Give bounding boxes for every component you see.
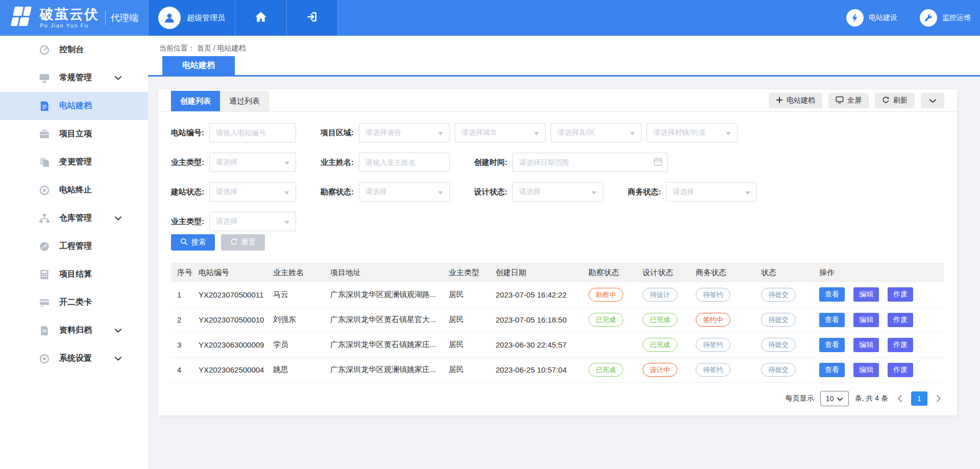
divider [105,11,106,25]
design-status-badge: 待设计 [643,288,677,302]
business-status-badge: 待签约 [696,363,730,377]
user-menu[interactable]: 超级管理员 [148,0,235,36]
sidebar-item-station-termination[interactable]: 电站终止 [0,176,148,204]
caret-down-icon [630,128,635,137]
sidebar-item-engineering-mgmt[interactable]: 工程管理 [0,232,148,260]
refresh-button[interactable]: 刷新 [875,93,915,108]
sidebar-item-station-archive[interactable]: 电站建档 [0,92,148,120]
prev-page-button[interactable] [894,395,905,402]
owner-type2-select[interactable]: 请选择 [209,212,296,231]
caret-down-icon [534,128,539,137]
current-page-button[interactable]: 1 [911,391,927,406]
tab-passed-list[interactable]: 通过列表 [220,91,269,111]
reset-icon [230,238,238,247]
sidebar-item-label: 项目立项 [59,129,92,139]
province-select[interactable]: 请选择省份 [359,123,450,142]
reset-button[interactable]: 重置 [221,234,265,251]
dashboard-icon [38,44,51,56]
view-button[interactable]: 查看 [819,363,845,377]
home-button[interactable] [235,0,286,36]
town-select[interactable]: 请选择村镇/街道 [647,123,738,142]
caret-down-icon [284,187,289,196]
sidebar-item-project-approval[interactable]: 项目立项 [0,120,148,148]
sidebar-item-general-mgmt[interactable]: 常规管理 [0,64,148,92]
station-no-label: 电站编号: [171,128,204,138]
pagination: 每页显示 10 条, 共 4 条 1 [158,383,957,406]
fullscreen-button[interactable]: 全屏 [828,93,869,108]
survey-status-badge: 已完成 [589,313,623,327]
view-button[interactable]: 查看 [819,313,845,327]
void-button[interactable]: 作废 [888,363,913,377]
void-button[interactable]: 作废 [888,313,913,327]
logout-icon [306,11,318,25]
col-owner-type: 业主类型 [443,263,489,282]
station-no-input[interactable] [209,123,296,142]
sidebar-item-label: 仓库管理 [59,213,92,224]
nav-monitor-ops[interactable]: 监控运维 [920,9,971,27]
void-button[interactable]: 作废 [888,287,913,302]
sidebar-item-system-settings[interactable]: 系统设置 [0,344,148,373]
sidebar-item-data-archive[interactable]: 资料归档 [0,316,148,344]
sidebar-item-change-mgmt[interactable]: 变更管理 [0,148,148,176]
owner-name-input[interactable] [359,153,450,172]
sidebar: 控制台 常规管理 电站建档 项目立项 变更管理 电站终止 [0,36,148,469]
region-label: 项目区域: [321,128,354,138]
survey-status-badge: 已完成 [589,363,623,377]
next-page-button[interactable] [934,395,944,402]
logout-button[interactable] [286,0,338,36]
breadcrumb-path: 首页 / 电站建档 [197,44,246,52]
col-design-status: 设计状态 [636,263,690,282]
create-time-range-input[interactable] [512,153,668,172]
sidebar-item-label: 开二类卡 [59,297,92,308]
build-status-select[interactable]: 请选择 [209,182,296,202]
tab-create-list[interactable]: 创建列表 [171,91,220,111]
top-strip: 当前位置： 首页 / 电站建档 电站建档 [148,36,980,77]
edit-button[interactable]: 编辑 [853,313,879,327]
tab-bar: 创建列表 通过列表 电站建档 全屏 [158,89,957,112]
caret-down-icon [837,394,843,403]
sidebar-item-label: 工程管理 [59,241,92,252]
business-status-badge: 待签约 [696,338,730,352]
wrench-icon [920,9,937,27]
sidebar-item-label: 变更管理 [59,157,92,167]
home-icon [255,11,267,24]
col-business-status: 商务状态 [690,263,755,282]
sidebar-item-class2-card[interactable]: 开二类卡 [0,288,148,316]
search-button[interactable]: 搜索 [171,234,215,251]
col-actions: 操作 [813,263,944,282]
sidebar-item-warehouse-mgmt[interactable]: 仓库管理 [0,204,148,232]
owner-name-label: 业主姓名: [321,158,354,167]
void-button[interactable]: 作废 [888,338,913,352]
nav-label: 监控运维 [942,13,971,22]
edit-button[interactable]: 编辑 [853,338,879,352]
sidebar-item-label: 系统设置 [59,353,92,364]
col-index: 序号 [171,263,192,282]
view-button[interactable]: 查看 [819,287,845,302]
target-icon [38,185,51,196]
city-select[interactable]: 请选择城市 [455,123,546,142]
file-icon [38,325,51,336]
create-station-button[interactable]: 电站建档 [769,93,822,108]
owner-type-select[interactable]: 请选择 [209,153,296,172]
edit-button[interactable]: 编辑 [853,363,879,377]
district-select[interactable]: 请选择县/区 [551,123,642,142]
copy-icon [38,157,51,168]
breadcrumb: 当前位置： 首页 / 电站建档 [148,36,980,53]
business-status-label: 商务状态: [628,187,661,197]
refresh-icon [882,96,890,105]
edit-button[interactable]: 编辑 [853,287,879,302]
sidebar-item-project-settlement[interactable]: 项目结算 [0,260,148,288]
header-nav: 电站建设 监控运维 [846,0,980,36]
sidebar-item-console[interactable]: 控制台 [0,36,148,64]
document-icon [38,101,51,112]
caret-down-icon [592,187,597,196]
business-status-select[interactable]: 请选择 [666,182,757,202]
nav-station-build[interactable]: 电站建设 [846,9,897,27]
sidebar-item-label: 控制台 [59,44,84,55]
toolbar-expand-button[interactable] [921,93,944,108]
page-size-select[interactable]: 10 [820,391,849,406]
page-tab-station-archive[interactable]: 电站建档 [162,56,235,75]
view-button[interactable]: 查看 [819,338,845,352]
survey-status-select[interactable]: 请选择 [359,182,450,202]
design-status-select[interactable]: 请选择 [512,182,603,202]
